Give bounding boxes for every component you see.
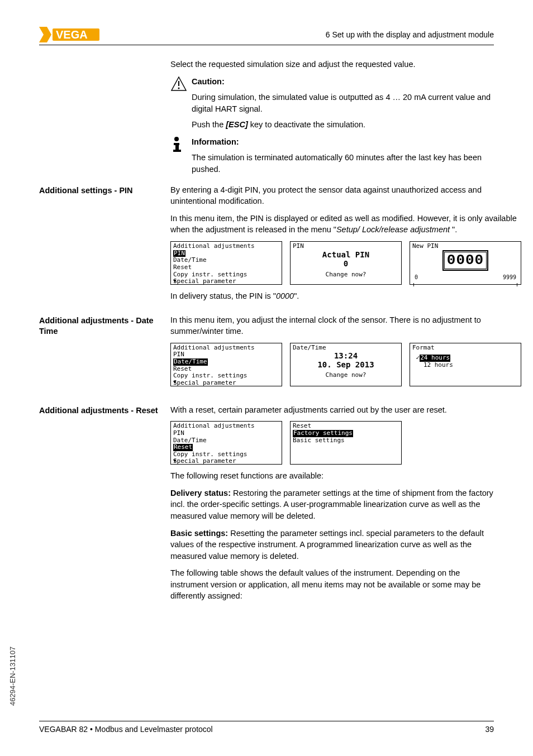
lcd-pin-menu: Additional adjustments PIN Date/Time Res… [170, 241, 282, 285]
reset-lcd-row: Additional adjustments PIN Date/Time Res… [170, 421, 494, 465]
heading-datetime: Additional adjustments - Date Time [39, 314, 170, 337]
caret-down-icon: ▼ [173, 278, 176, 284]
lcd-pin-actual: PIN Actual PIN 0 Change now? [290, 241, 402, 285]
svg-rect-9 [173, 150, 181, 152]
heading-reset: Additional adjustments - Reset [39, 404, 170, 417]
pin-p2: In this menu item, the PIN is displayed … [170, 213, 521, 236]
info-icon [170, 136, 192, 153]
caution-title: Caution: [192, 76, 494, 88]
lcd-dt-value: Date/Time 13:24 10. Sep 2013 Change now? [290, 343, 402, 386]
doc-id-vertical: 46294-EN-131107 [8, 647, 17, 706]
svg-point-5 [178, 87, 180, 89]
reset-p4: Basic settings: Resetting the parameter … [170, 528, 494, 562]
intro-text: Select the requested simulation size and… [170, 59, 494, 70]
datetime-lcd-row: Additional adjustments PIN Date/Time Res… [170, 343, 521, 386]
reset-p5: The following table shows the default va… [170, 567, 494, 602]
vega-logo: VEGA [39, 27, 101, 42]
pin-lcd-row: Additional adjustments PIN Date/Time Res… [170, 241, 521, 285]
svg-marker-0 [39, 27, 51, 42]
slider-icon [413, 284, 517, 288]
lcd-new-pin: New PIN 0000 0 9999 [410, 241, 521, 285]
caution-after: Push the [ESC] key to deactivate the sim… [192, 119, 494, 131]
svg-point-6 [174, 137, 179, 141]
svg-text:VEGA: VEGA [56, 28, 88, 41]
footer-left: VEGABAR 82 • Modbus and Levelmaster prot… [39, 725, 213, 734]
lcd-reset-opts: Reset Factory settings Basic settings [290, 421, 402, 465]
lcd-reset-menu: Additional adjustments PIN Date/Time Res… [170, 421, 282, 465]
caution-body: During simulation, the simulated value i… [192, 92, 494, 114]
reset-p1: With a reset, certain parameter adjustme… [170, 404, 494, 416]
lcd-dt-menu: Additional adjustments PIN Date/Time Res… [170, 343, 282, 386]
reset-p3: Delivery status: Restoring the parameter… [170, 487, 494, 522]
reset-p2: The following reset functions are availa… [170, 470, 494, 482]
lcd-dt-format: Format ✓24 hours 12 hours [410, 343, 521, 386]
page-header: VEGA 6 Set up with the display and adjus… [39, 27, 494, 45]
svg-rect-8 [175, 143, 179, 151]
info-title: Information: [192, 136, 494, 148]
caret-down-icon: ▼ [173, 379, 176, 385]
footer-page-number: 39 [485, 725, 494, 734]
pin-p1: By entering a 4-digit PIN, you protect t… [170, 184, 521, 207]
info-body: The simulation is terminated automatical… [192, 152, 494, 175]
heading-pin: Additional settings - PIN [39, 184, 170, 197]
caret-down-icon: ▼ [173, 458, 176, 463]
pin-delivery: In delivery status, the PIN is "0000". [170, 290, 521, 302]
caution-icon [170, 76, 192, 92]
datetime-p1: In this menu item, you adjust the intern… [170, 314, 521, 337]
header-section-title: 6 Set up with the display and adjustment… [326, 30, 494, 39]
page-footer: VEGABAR 82 • Modbus and Levelmaster prot… [39, 721, 494, 734]
